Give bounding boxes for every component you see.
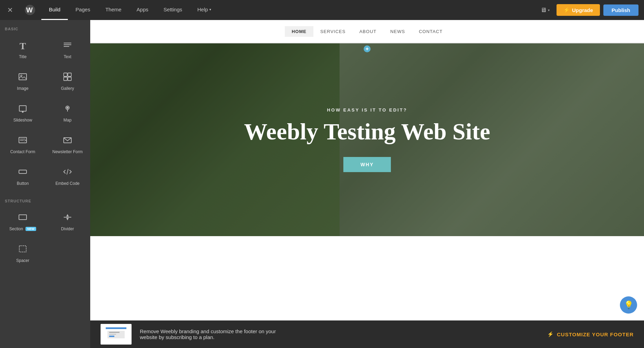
nav-pages[interactable]: Pages [68, 0, 98, 20]
hero-cta-button[interactable]: WHY [343, 157, 391, 172]
svg-rect-35 [109, 336, 114, 337]
map-icon [63, 104, 72, 115]
sidebar-item-spacer[interactable]: Spacer [1, 238, 45, 268]
gallery-icon [63, 72, 72, 83]
sidebar-item-gallery[interactable]: Gallery [45, 65, 90, 96]
svg-marker-24 [67, 215, 68, 216]
svg-rect-11 [19, 106, 26, 111]
lightbulb-icon: 💡 [624, 300, 633, 309]
sidebar-item-label: Text [64, 54, 71, 59]
sidebar-item-contact-form[interactable]: Contact Form [1, 129, 45, 160]
content-area: HOME SERVICES ABOUT NEWS CONTACT [90, 20, 644, 348]
main-layout: BASIC T Title Text [0, 20, 644, 348]
site-nav: HOME SERVICES ABOUT NEWS CONTACT [90, 20, 644, 43]
sidebar-item-title[interactable]: T Title [1, 34, 45, 65]
hero-section[interactable]: HOW EASY IS IT TO EDIT? Weebly Testing W… [90, 43, 644, 236]
sidebar-item-label: Spacer [16, 258, 29, 263]
hero-title: Weebly Testing Web Site [244, 119, 490, 145]
basic-section-label: BASIC [0, 25, 90, 34]
close-button[interactable]: ✕ [0, 6, 20, 14]
newsletter-icon [63, 136, 72, 147]
weebly-logo-icon: W [24, 4, 35, 15]
sidebar: BASIC T Title Text [0, 20, 90, 348]
sidebar-item-label: Slideshow [13, 118, 32, 123]
nav-top-divider [90, 20, 644, 20]
close-icon: ✕ [7, 6, 13, 14]
basic-items-grid: T Title Text [0, 34, 90, 191]
svg-rect-26 [19, 246, 26, 252]
hero-content: HOW EASY IS IT TO EDIT? Weebly Testing W… [244, 107, 490, 172]
footer-banner: Remove Weebly branding and customize the… [90, 320, 644, 348]
svg-rect-10 [68, 77, 71, 81]
site-nav-about[interactable]: ABOUT [352, 26, 383, 37]
divider-icon [63, 213, 72, 224]
sidebar-item-divider[interactable]: Divider [45, 206, 90, 237]
hero-drag-handle[interactable] [363, 45, 371, 54]
site-nav-services[interactable]: SERVICES [313, 26, 353, 37]
help-dropdown-icon: ▾ [209, 8, 211, 11]
sidebar-item-label: Image [17, 86, 28, 91]
sidebar-item-text[interactable]: Text [45, 34, 90, 65]
svg-text:W: W [26, 6, 33, 14]
svg-rect-8 [68, 73, 71, 76]
sidebar-item-label: Section [9, 226, 23, 231]
footer-customize-cta[interactable]: CUSTOMIZE YOUR FOOTER [547, 331, 634, 337]
top-nav: Build Pages Theme Apps Settings Help ▾ [41, 0, 219, 20]
nav-build[interactable]: Build [41, 0, 68, 20]
website-preview: HOME SERVICES ABOUT NEWS CONTACT [90, 20, 644, 320]
site-nav-links: HOME SERVICES ABOUT NEWS CONTACT [285, 26, 449, 37]
sidebar-item-label: Newsletter Form [52, 149, 83, 154]
site-nav-contact[interactable]: CONTACT [412, 26, 449, 37]
site-nav-news[interactable]: NEWS [383, 26, 412, 37]
svg-rect-9 [64, 77, 67, 81]
footer-preview-icon [106, 327, 126, 341]
sidebar-item-label: Title [19, 54, 27, 59]
sidebar-item-newsletter-form[interactable]: Newsletter Form [45, 129, 90, 160]
nav-bottom-divider [90, 43, 644, 43]
sidebar-item-label: Divider [61, 226, 74, 231]
lightbulb-fab[interactable]: 💡 [620, 296, 637, 314]
svg-rect-20 [19, 170, 27, 173]
svg-rect-5 [19, 74, 27, 80]
button-icon [18, 167, 27, 178]
site-nav-home[interactable]: HOME [285, 26, 313, 37]
nav-theme[interactable]: Theme [98, 0, 129, 20]
svg-rect-34 [109, 334, 116, 335]
sidebar-item-label: Embed Code [55, 181, 80, 186]
publish-button[interactable]: Publish [603, 4, 638, 16]
svg-rect-33 [109, 332, 120, 333]
svg-line-21 [67, 169, 68, 175]
top-bar-actions: 🖥 ▾ Upgrade Publish [537, 4, 644, 16]
new-badge: NEW [25, 227, 36, 231]
logo: W [20, 4, 40, 15]
svg-marker-25 [67, 218, 68, 220]
sidebar-item-label: Gallery [61, 86, 74, 91]
sidebar-item-label: Contact Form [10, 149, 35, 154]
sidebar-item-slideshow[interactable]: Slideshow [1, 97, 45, 128]
image-icon [18, 72, 27, 83]
hero-subtitle: HOW EASY IS IT TO EDIT? [244, 107, 490, 113]
nav-apps[interactable]: Apps [129, 0, 156, 20]
svg-rect-22 [19, 215, 27, 220]
sidebar-item-image[interactable]: Image [1, 65, 45, 96]
spacer-icon [18, 244, 27, 255]
nav-help[interactable]: Help ▾ [190, 0, 219, 20]
section-icon [18, 213, 27, 224]
upgrade-button[interactable]: Upgrade [557, 4, 600, 16]
sidebar-item-button[interactable]: Button [1, 160, 45, 191]
text-icon [63, 41, 72, 52]
device-dropdown-icon: ▾ [548, 8, 550, 12]
sidebar-item-label: Map [63, 118, 71, 123]
svg-rect-31 [106, 327, 126, 329]
device-switcher[interactable]: 🖥 ▾ [537, 4, 553, 16]
sidebar-item-map[interactable]: Map [45, 97, 90, 128]
embed-code-icon [63, 167, 72, 178]
structure-section-label: STRUCTURE [0, 197, 90, 206]
structure-items-grid: Section NEW Divider [0, 206, 90, 268]
sidebar-item-section[interactable]: Section NEW [1, 206, 45, 237]
sidebar-item-label: Button [17, 181, 29, 186]
nav-settings[interactable]: Settings [156, 0, 190, 20]
sidebar-item-embed-code[interactable]: Embed Code [45, 160, 90, 191]
footer-promo-text: Remove Weebly branding and customize the… [140, 328, 539, 340]
monitor-icon: 🖥 [540, 7, 547, 14]
